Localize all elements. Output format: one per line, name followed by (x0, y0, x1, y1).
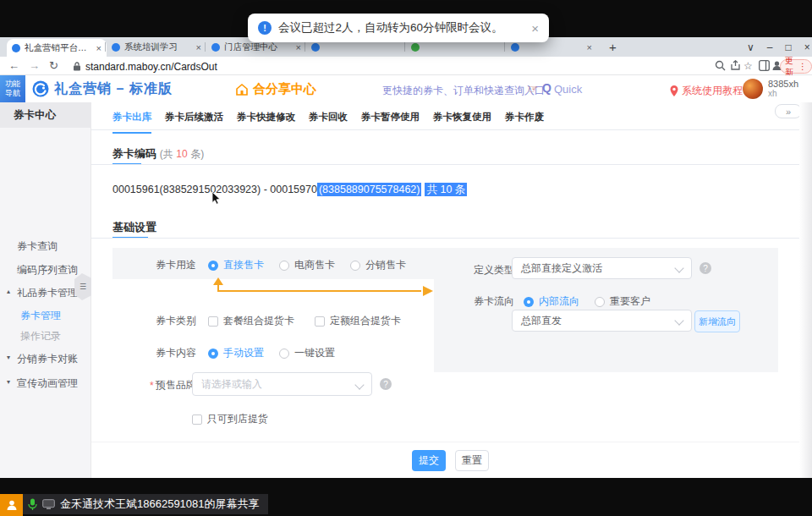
site-favicon (112, 43, 120, 52)
card-flow-row: 券卡流向 内部流向 重要客户 (474, 294, 666, 309)
nav-toggle-label: 导航 (5, 89, 20, 98)
add-flow-button[interactable]: 新增流向 (694, 310, 740, 332)
option-fixed-combo-card[interactable]: 定额组合提货卡 (330, 314, 401, 328)
store-only-row: 只可到店提货 (192, 412, 288, 426)
option-manual-setup[interactable]: 手动设置 (223, 346, 264, 360)
toast-close-icon[interactable]: × (531, 21, 539, 36)
radio-ecommerce-sale[interactable] (279, 261, 289, 271)
expand-down-icon[interactable]: ▾ (7, 354, 10, 361)
scrollbar-track[interactable] (799, 102, 812, 478)
new-tab-button[interactable]: + (609, 40, 617, 54)
tab-close-icon[interactable]: × (587, 42, 592, 52)
quick-label[interactable]: Quick (554, 83, 582, 96)
sidebar-item-gift-card-management[interactable]: 礼品券卡管理 (17, 286, 78, 300)
checkbox-store-pickup-only[interactable] (192, 414, 202, 425)
window-minimize-button[interactable]: – (767, 41, 773, 53)
sidebar-item-distribution-reconciliation[interactable]: 分销券卡对账 (17, 352, 78, 366)
chevron-down-icon (674, 263, 683, 272)
option-ecommerce-sale[interactable]: 电商售卡 (294, 258, 335, 272)
question-glyph: ? (383, 380, 388, 389)
site-favicon (12, 44, 20, 52)
help-icon[interactable]: ? (380, 378, 392, 390)
screen-share-icon (42, 499, 55, 509)
browser-update-button[interactable]: 更新 ⋮ (780, 59, 812, 74)
screen: 礼盒营销平台管理中心 × 系统培训学习 × 门店管理中心 × × (0, 0, 812, 516)
window-controls: ∨ – □ × (734, 37, 810, 57)
card-category-row: 券卡类别 套餐组合提货卡 定额组合提货卡 (156, 314, 421, 328)
card-category-label: 券卡类别 (156, 314, 196, 328)
window-close-button[interactable]: × (804, 41, 810, 53)
share-icon[interactable] (730, 60, 741, 71)
browser-tab-2[interactable]: 系统培训学习 × (107, 37, 206, 57)
browser-tab-label: 系统培训学习 (124, 41, 193, 53)
reset-button[interactable]: 重置 (455, 450, 489, 471)
main-content: 券卡出库 券卡后续激活 券卡快捷修改 券卡回收 券卡暂停使用 券卡恢复使用 券卡… (91, 102, 799, 478)
help-icon[interactable]: ? (700, 262, 711, 274)
flow-select[interactable]: 总部直发 (512, 310, 692, 332)
define-type-label: 定义类型 (474, 263, 514, 277)
option-important-customer[interactable]: 重要客户 (610, 294, 650, 309)
sidebar-item-operation-records[interactable]: 操作记录 (20, 329, 61, 343)
presale-brand-select[interactable]: 请选择或输入 (192, 372, 372, 396)
zoom-icon[interactable] (715, 60, 726, 71)
reload-icon[interactable]: ↻ (49, 59, 58, 72)
user-avatar[interactable] (743, 79, 763, 99)
brand-logo (32, 80, 49, 97)
tab-close-icon[interactable]: × (296, 42, 301, 52)
site-favicon (211, 43, 220, 52)
browser-tab-label: 门店管理中心 (224, 41, 293, 53)
code-count-badge: 共 10 条 (425, 183, 467, 196)
radio-one-click-setup[interactable] (279, 349, 289, 359)
tab-separator (304, 42, 305, 52)
radio-important-customer[interactable] (595, 297, 605, 307)
side-panel-icon[interactable] (759, 60, 770, 71)
url-field[interactable]: standard.maboy.cn/CardsOut (85, 61, 217, 73)
sidebar-item-card-query[interactable]: 券卡查询 (17, 239, 58, 254)
option-package-combo-card[interactable]: 套餐组合提货卡 (223, 314, 294, 328)
define-type-select[interactable]: 总部直接定义激活 (512, 257, 692, 279)
sidebar-item-code-sequence-query[interactable]: 编码序列查询 (17, 263, 78, 277)
option-distribution-sale[interactable]: 分销售卡 (365, 258, 406, 272)
radio-manual-setup[interactable] (208, 349, 218, 359)
count-prefix: (共 (160, 148, 173, 160)
radio-internal-flow[interactable] (524, 297, 534, 307)
app-title: 礼盒营销 – 标准版 (54, 80, 173, 98)
tab-separator (205, 42, 206, 52)
option-one-click-setup[interactable]: 一键设置 (294, 346, 335, 360)
tab-close-icon[interactable]: × (96, 43, 102, 53)
radio-direct-sale[interactable] (208, 261, 218, 271)
option-store-pickup-only[interactable]: 只可到店提货 (207, 412, 268, 426)
info-icon: ! (258, 21, 272, 35)
tutorial-label: 系统使用教程 (682, 84, 743, 98)
option-direct-sale[interactable]: 直接售卡 (223, 258, 264, 272)
radio-distribution-sale[interactable] (350, 261, 360, 271)
share-participant-badge[interactable] (0, 494, 23, 516)
forward-icon[interactable]: → (29, 59, 40, 72)
expand-down-icon[interactable]: ▾ (7, 378, 10, 386)
tab-search-icon[interactable]: ∨ (747, 41, 754, 53)
add-flow-label: 新增流向 (699, 316, 736, 328)
expand-up-icon[interactable]: ▴ (7, 288, 10, 295)
checkbox-fixed-combo-card[interactable] (315, 316, 325, 327)
share-center-label: 合分享中心 (253, 81, 316, 97)
collapse-panel-button[interactable]: » (775, 104, 802, 118)
back-icon[interactable]: ← (8, 59, 19, 72)
function-nav-toggle[interactable]: 功能 导航 (0, 75, 25, 102)
sidebar-item-promo-animation[interactable]: 宣传动画管理 (17, 376, 78, 391)
tutorial-link[interactable]: 系统使用教程 (670, 84, 743, 98)
share-center-link[interactable]: 合分享中心 (235, 81, 316, 97)
browser-tab-1[interactable]: 礼盒营销平台管理中心 × (7, 39, 107, 57)
option-internal-flow[interactable]: 内部流向 (539, 294, 579, 309)
quick-q-icon[interactable]: Q (542, 81, 551, 95)
section-divider (91, 164, 799, 165)
submit-button[interactable]: 提交 (412, 450, 446, 471)
reset-label: 重置 (462, 453, 482, 468)
bookmark-star-icon[interactable]: ☆ (743, 60, 753, 72)
sidebar-collapse-handle[interactable]: ☰ (74, 273, 91, 300)
count-suffix: 条) (190, 148, 204, 160)
window-maximize-button[interactable]: □ (785, 41, 791, 53)
checkbox-package-combo-card[interactable] (208, 316, 218, 327)
sidebar-title: 券卡中心 (0, 102, 91, 128)
sidebar-item-card-management[interactable]: 券卡管理 (20, 309, 61, 323)
tab-close-icon[interactable]: × (196, 42, 201, 52)
